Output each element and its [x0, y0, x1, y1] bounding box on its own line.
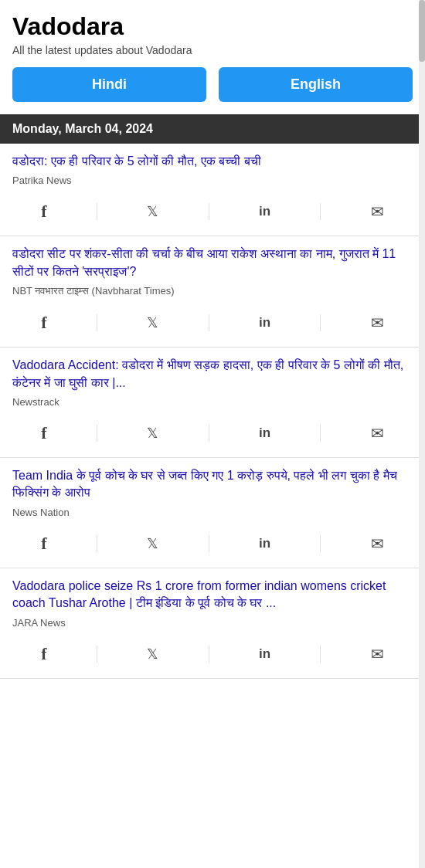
news-source: NBT नवभारत टाइम्स (Navbharat Times) [12, 285, 413, 297]
scrollbar-thumb[interactable] [419, 0, 425, 62]
share-divider [97, 646, 97, 663]
email-share-icon[interactable]: ✉ [363, 421, 392, 446]
linkedin-share-icon[interactable]: in [251, 312, 278, 334]
facebook-share-icon[interactable]: f [33, 531, 54, 557]
share-divider [320, 203, 321, 220]
share-divider [209, 314, 209, 331]
twitter-share-icon[interactable]: 𝕏 [139, 532, 166, 555]
page-subtitle: All the latest updates about Vadodara [0, 44, 425, 67]
news-headline[interactable]: Vadodara Accident: वडोदरा में भीषण सड़क … [12, 357, 413, 392]
email-share-icon[interactable]: ✉ [363, 531, 392, 556]
email-share-icon[interactable]: ✉ [363, 642, 392, 666]
twitter-share-icon[interactable]: 𝕏 [139, 200, 166, 223]
share-row: f𝕏in✉ [12, 526, 413, 558]
share-row: f𝕏in✉ [12, 636, 413, 669]
twitter-share-icon[interactable]: 𝕏 [139, 643, 166, 666]
language-buttons: Hindi English [0, 67, 425, 114]
share-divider [97, 203, 97, 220]
news-item: वडोदरा सीट पर शंकर-सीता की चर्चा के बीच … [0, 236, 425, 348]
share-divider [209, 203, 209, 220]
news-source: JARA News [12, 617, 413, 629]
share-row: f𝕏in✉ [12, 415, 413, 448]
share-divider [209, 535, 209, 552]
hindi-button[interactable]: Hindi [12, 67, 206, 102]
share-divider [97, 314, 97, 331]
share-divider [97, 425, 97, 442]
share-divider [320, 535, 321, 552]
facebook-share-icon[interactable]: f [33, 198, 54, 225]
news-item: Team India के पूर्व कोच के घर से जब्त कि… [0, 458, 425, 568]
linkedin-share-icon[interactable]: in [251, 201, 278, 222]
english-button[interactable]: English [219, 67, 413, 102]
news-headline[interactable]: Team India के पूर्व कोच के घर से जब्त कि… [12, 467, 413, 502]
share-divider [320, 314, 321, 331]
email-share-icon[interactable]: ✉ [363, 310, 392, 335]
email-share-icon[interactable]: ✉ [363, 199, 392, 224]
news-headline[interactable]: वडोदरा सीट पर शंकर-सीता की चर्चा के बीच … [12, 246, 413, 280]
share-divider [320, 425, 321, 442]
facebook-share-icon[interactable]: f [33, 641, 54, 667]
linkedin-share-icon[interactable]: in [251, 422, 278, 444]
news-item: Vadodara police seize Rs 1 crore from fo… [0, 568, 425, 679]
share-row: f𝕏in✉ [12, 194, 413, 226]
linkedin-share-icon[interactable]: in [251, 533, 278, 554]
news-item: Vadodara Accident: वडोदरा में भीषण सड़क … [0, 348, 425, 458]
news-headline[interactable]: वडोदरा: एक ही परिवार के 5 लोगों की मौत, … [12, 153, 413, 170]
news-source: Patrika News [12, 175, 413, 186]
facebook-share-icon[interactable]: f [33, 310, 54, 336]
news-item: वडोदरा: एक ही परिवार के 5 लोगों की मौत, … [0, 144, 425, 236]
scrollbar[interactable] [419, 0, 425, 679]
date-bar: Monday, March 04, 2024 [0, 114, 425, 144]
news-source: Newstrack [12, 396, 413, 408]
news-list: वडोदरा: एक ही परिवार के 5 लोगों की मौत, … [0, 144, 425, 679]
news-headline[interactable]: Vadodara police seize Rs 1 crore from fo… [12, 578, 413, 612]
twitter-share-icon[interactable]: 𝕏 [139, 311, 166, 334]
facebook-share-icon[interactable]: f [33, 420, 54, 446]
page-title: Vadodara [0, 0, 425, 44]
share-divider [209, 425, 209, 442]
share-row: f𝕏in✉ [12, 305, 413, 337]
share-divider [97, 535, 97, 552]
twitter-share-icon[interactable]: 𝕏 [139, 422, 166, 445]
linkedin-share-icon[interactable]: in [251, 643, 278, 665]
share-divider [209, 646, 209, 663]
news-source: News Nation [12, 507, 413, 518]
share-divider [320, 646, 321, 663]
